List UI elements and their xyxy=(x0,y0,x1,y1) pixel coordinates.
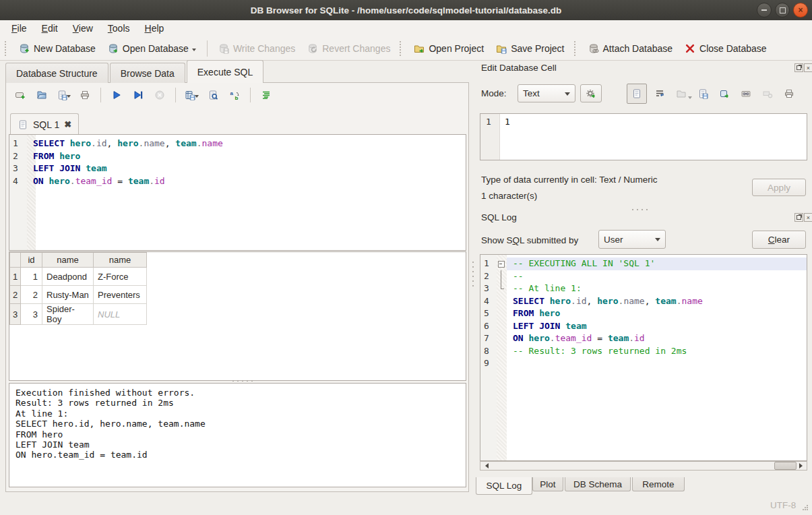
fold-marker-icon[interactable] xyxy=(497,258,507,270)
open-project-button[interactable]: Open Project xyxy=(408,40,490,57)
column-header-name[interactable]: name xyxy=(94,253,147,268)
row-header[interactable]: 2 xyxy=(10,286,21,304)
save-project-button[interactable]: Save Project xyxy=(490,40,570,57)
minimize-button[interactable] xyxy=(757,3,772,18)
maximize-button[interactable] xyxy=(775,3,790,18)
new-sql-tab-button[interactable] xyxy=(13,88,28,102)
row-header[interactable]: 1 xyxy=(10,268,21,286)
scroll-left-icon[interactable] xyxy=(480,462,490,470)
sql-log-view[interactable]: 1-- EXECUTING ALL IN 'SQL 1'2--3-- At li… xyxy=(480,254,807,461)
print-cell-button[interactable] xyxy=(780,85,798,102)
fold-margin xyxy=(497,357,507,370)
tab-execute-sql[interactable]: Execute SQL xyxy=(187,60,264,83)
sql-source-combobox[interactable]: User xyxy=(598,230,666,249)
menu-view[interactable]: View xyxy=(65,21,100,36)
message-line: ON hero.team_id = team.id xyxy=(15,450,460,460)
new-database-icon xyxy=(19,43,30,54)
mode-combobox[interactable]: Text xyxy=(518,84,575,102)
dock-tab-sql-log[interactable]: SQL Log xyxy=(476,477,532,495)
stop-execution-button[interactable] xyxy=(152,88,167,102)
new-database-button[interactable]: New Database xyxy=(13,40,102,57)
menu-file[interactable]: File xyxy=(4,21,34,36)
attach-database-button[interactable]: Attach Database xyxy=(582,40,679,57)
clear-button[interactable]: Clear xyxy=(752,231,806,249)
format-sql-button[interactable] xyxy=(259,88,274,102)
tab-database-structure[interactable]: Database Structure xyxy=(5,63,108,83)
write-changes-button[interactable]: Write Changes xyxy=(212,40,301,57)
execute-sql-button[interactable] xyxy=(109,88,124,102)
code-text: ON hero.team_id = team.id xyxy=(507,332,807,345)
apply-button[interactable]: Apply xyxy=(752,179,806,196)
table-cell[interactable]: 1 xyxy=(21,268,42,286)
dock-splitter-handle[interactable] xyxy=(632,209,648,210)
text-mode-icon xyxy=(631,88,642,99)
close-button[interactable]: × xyxy=(793,3,808,18)
word-wrap-button[interactable] xyxy=(651,85,668,102)
close-tab-icon[interactable]: ✖ xyxy=(64,119,71,129)
dock-tab-db-schema[interactable]: DB Schema xyxy=(565,477,631,491)
main-splitter-handle[interactable] xyxy=(472,262,474,287)
resize-grip[interactable] xyxy=(802,504,809,511)
maximize-icon xyxy=(780,7,786,13)
table-cell[interactable]: Spider-Boy xyxy=(42,304,94,325)
menu-help[interactable]: Help xyxy=(137,21,172,36)
message-line: LEFT JOIN team xyxy=(15,440,460,450)
close-dock-icon[interactable]: × xyxy=(804,213,812,222)
open-sql-file-button[interactable] xyxy=(34,88,49,102)
toolbar-drag-handle[interactable] xyxy=(574,41,579,56)
tab-browse-data[interactable]: Browse Data xyxy=(110,63,185,83)
apply-import-button[interactable] xyxy=(580,84,602,102)
close-dock-icon[interactable]: × xyxy=(804,63,812,72)
dock-tab-remote[interactable]: Remote xyxy=(632,477,685,491)
menu-tools[interactable]: Tools xyxy=(100,21,137,36)
find-replace-icon: ab xyxy=(229,90,240,100)
table-cell[interactable]: Preventers xyxy=(94,286,147,304)
dock-tab-plot[interactable]: Plot xyxy=(532,477,563,491)
message-line: Execution finished without errors. xyxy=(15,388,460,398)
menu-edit[interactable]: Edit xyxy=(34,21,65,36)
chevron-down-icon xyxy=(655,238,660,244)
find-replace-button[interactable]: ab xyxy=(227,88,242,102)
line-number: 4 xyxy=(480,295,497,308)
open-in-editor-button[interactable] xyxy=(673,85,690,102)
set-as-link-button[interactable] xyxy=(737,85,755,102)
sql-editor[interactable]: 1SELECT hero.id, hero.name, team.name2FR… xyxy=(9,134,466,251)
table-cell[interactable]: Deadpond xyxy=(42,268,94,286)
column-header-id[interactable]: id xyxy=(21,253,42,268)
table-cell[interactable]: Rusty-Man xyxy=(42,286,94,304)
open-database-button[interactable]: Open Database xyxy=(102,40,202,57)
float-dock-icon[interactable] xyxy=(794,213,803,222)
float-dock-icon[interactable] xyxy=(794,63,803,72)
import-data-button[interactable] xyxy=(694,85,712,102)
sql-document-tab[interactable]: SQL 1 ✖ xyxy=(10,113,79,135)
table-cell[interactable]: Z-Force xyxy=(94,268,147,286)
scrollbar-thumb[interactable] xyxy=(774,462,797,470)
titlebar: DB Browser for SQLite - /home/user/code/… xyxy=(0,0,812,20)
find-button[interactable] xyxy=(206,88,220,102)
code-line: 9 xyxy=(480,357,807,370)
print-button[interactable] xyxy=(77,88,92,102)
close-database-button[interactable]: Close Database xyxy=(679,40,773,57)
set-null-button[interactable] xyxy=(759,85,776,102)
code-text: FROM hero xyxy=(27,150,466,163)
revert-changes-button[interactable]: Revert Changes xyxy=(301,40,396,57)
splitter-handle[interactable] xyxy=(232,380,253,382)
table-cell[interactable]: NULL xyxy=(94,304,147,325)
line-number: 2 xyxy=(9,150,27,163)
code-text: -- EXECUTING ALL IN 'SQL 1' xyxy=(507,258,807,270)
export-data-button[interactable] xyxy=(716,85,733,102)
table-cell[interactable]: 2 xyxy=(21,286,42,304)
sql-toolbar: ab xyxy=(13,88,274,102)
cell-editor[interactable]: 1 1 xyxy=(480,113,807,160)
save-sql-file-button[interactable] xyxy=(56,88,71,102)
save-results-button[interactable] xyxy=(184,88,199,102)
table-cell[interactable]: 3 xyxy=(21,304,42,325)
scroll-right-icon[interactable] xyxy=(797,462,807,470)
toolbar-drag-handle[interactable] xyxy=(5,41,9,56)
execute-current-line-button[interactable] xyxy=(131,88,146,102)
column-header-name[interactable]: name xyxy=(42,253,94,268)
log-horizontal-scrollbar[interactable] xyxy=(480,461,807,471)
toolbar-drag-handle[interactable] xyxy=(400,41,404,56)
text-mode-button[interactable] xyxy=(627,84,647,104)
row-header[interactable]: 3 xyxy=(10,304,21,325)
